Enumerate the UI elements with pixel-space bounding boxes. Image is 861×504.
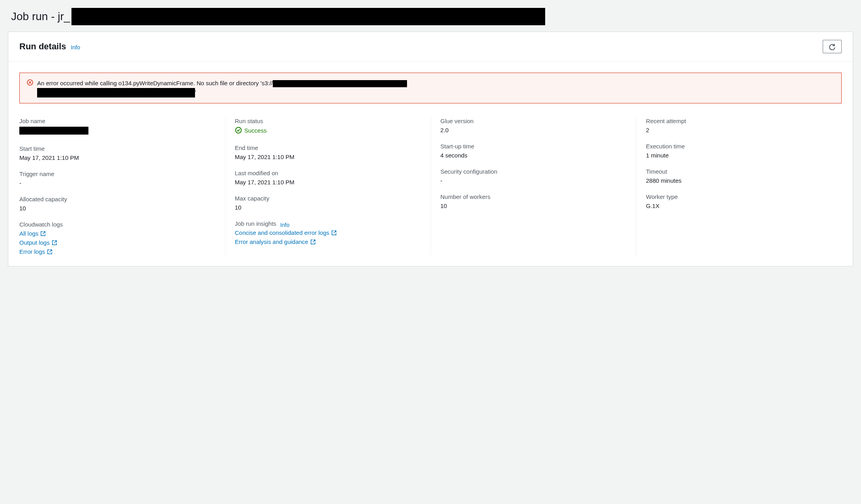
- worker-type-value: G.1X: [646, 202, 832, 209]
- error-analysis-link[interactable]: Error analysis and guidance: [235, 238, 421, 245]
- info-link[interactable]: Info: [71, 44, 80, 51]
- external-link-icon: [52, 240, 57, 245]
- insights-label: Job run insights: [235, 220, 276, 227]
- panel-header: Run details Info: [8, 32, 853, 62]
- allocated-capacity-value: 10: [19, 205, 216, 212]
- cloudwatch-logs-label: Cloudwatch logs: [19, 221, 216, 228]
- run-status-field: Run status Success: [235, 118, 421, 135]
- external-link-icon: [310, 239, 316, 245]
- external-link-icon: [47, 249, 53, 255]
- trigger-name-value: -: [19, 180, 216, 186]
- panel-title: Run details: [19, 41, 66, 52]
- concise-logs-text: Concise and consolidated error logs: [235, 229, 329, 236]
- all-logs-link[interactable]: All logs: [19, 230, 216, 237]
- run-status-label: Run status: [235, 118, 421, 124]
- external-link-icon: [40, 231, 46, 236]
- timeout-field: Timeout 2880 minutes: [646, 168, 832, 184]
- run-details-panel: Run details Info An error occurred while…: [8, 32, 853, 266]
- last-modified-label: Last modified on: [235, 170, 421, 176]
- job-name-field: Job name: [19, 118, 216, 136]
- error-message: An error occurred while calling o134.pyW…: [37, 79, 407, 97]
- trigger-name-field: Trigger name -: [19, 170, 216, 186]
- success-icon: [235, 127, 242, 134]
- max-capacity-field: Max capacity 10: [235, 195, 421, 211]
- error-logs-text: Error logs: [19, 248, 45, 255]
- allocated-capacity-label: Allocated capacity: [19, 196, 216, 202]
- timeout-label: Timeout: [646, 168, 832, 175]
- security-config-value: -: [441, 177, 627, 184]
- refresh-button[interactable]: [823, 40, 842, 53]
- recent-attempt-label: Recent attempt: [646, 118, 832, 124]
- startup-time-value: 4 seconds: [441, 152, 627, 159]
- number-of-workers-label: Number of workers: [441, 193, 627, 200]
- external-link-icon: [331, 230, 337, 236]
- error-text-1: An error occurred while calling o134.pyW…: [37, 80, 273, 86]
- end-time-label: End time: [235, 144, 421, 151]
- worker-type-field: Worker type G.1X: [646, 193, 832, 209]
- start-time-label: Start time: [19, 145, 216, 152]
- end-time-value: May 17, 2021 1:10 PM: [235, 154, 421, 160]
- glue-version-field: Glue version 2.0: [441, 118, 627, 133]
- recent-attempt-field: Recent attempt 2: [646, 118, 832, 133]
- error-icon: [27, 79, 33, 97]
- redacted-job-id: [71, 8, 545, 25]
- refresh-icon: [829, 43, 836, 50]
- max-capacity-value: 10: [235, 204, 421, 211]
- error-logs-link[interactable]: Error logs: [19, 248, 216, 255]
- number-of-workers-field: Number of workers 10: [441, 193, 627, 209]
- error-text-2: ': [195, 89, 196, 96]
- security-config-label: Security configuration: [441, 168, 627, 175]
- last-modified-field: Last modified on May 17, 2021 1:10 PM: [235, 170, 421, 185]
- status-badge: Success: [235, 127, 267, 134]
- insights-field: Job run insights Info Concise and consol…: [235, 220, 421, 245]
- timeout-value: 2880 minutes: [646, 177, 832, 184]
- startup-time-label: Start-up time: [441, 143, 627, 150]
- error-alert: An error occurred while calling o134.pyW…: [19, 73, 842, 103]
- startup-time-field: Start-up time 4 seconds: [441, 143, 627, 159]
- all-logs-text: All logs: [19, 230, 38, 237]
- max-capacity-label: Max capacity: [235, 195, 421, 202]
- redacted-path-1: [273, 80, 407, 87]
- page-title-prefix: Job run - jr_: [11, 10, 70, 23]
- concise-logs-link[interactable]: Concise and consolidated error logs: [235, 229, 421, 236]
- redacted-job-name: [19, 127, 88, 135]
- insights-info-link[interactable]: Info: [280, 222, 289, 228]
- last-modified-value: May 17, 2021 1:10 PM: [235, 179, 421, 185]
- execution-time-field: Execution time 1 minute: [646, 143, 832, 159]
- allocated-capacity-field: Allocated capacity 10: [19, 196, 216, 212]
- start-time-value: May 17, 2021 1:10 PM: [19, 154, 216, 161]
- worker-type-label: Worker type: [646, 193, 832, 200]
- page-title: Job run - jr_: [0, 0, 861, 32]
- start-time-field: Start time May 17, 2021 1:10 PM: [19, 145, 216, 161]
- execution-time-value: 1 minute: [646, 152, 832, 159]
- run-status-value: Success: [244, 127, 267, 134]
- output-logs-link[interactable]: Output logs: [19, 239, 216, 246]
- number-of-workers-value: 10: [441, 202, 627, 209]
- glue-version-label: Glue version: [441, 118, 627, 124]
- error-analysis-text: Error analysis and guidance: [235, 238, 308, 245]
- detail-grid: Job name Start time May 17, 2021 1:10 PM…: [19, 118, 842, 255]
- cloudwatch-logs-field: Cloudwatch logs All logs Output logs Err…: [19, 221, 216, 255]
- panel-body: An error occurred while calling o134.pyW…: [8, 62, 853, 266]
- trigger-name-label: Trigger name: [19, 170, 216, 177]
- security-config-field: Security configuration -: [441, 168, 627, 184]
- redacted-path-2: [37, 88, 195, 97]
- glue-version-value: 2.0: [441, 127, 627, 133]
- job-name-label: Job name: [19, 118, 216, 124]
- execution-time-label: Execution time: [646, 143, 832, 150]
- recent-attempt-value: 2: [646, 127, 832, 133]
- output-logs-text: Output logs: [19, 239, 50, 246]
- end-time-field: End time May 17, 2021 1:10 PM: [235, 144, 421, 160]
